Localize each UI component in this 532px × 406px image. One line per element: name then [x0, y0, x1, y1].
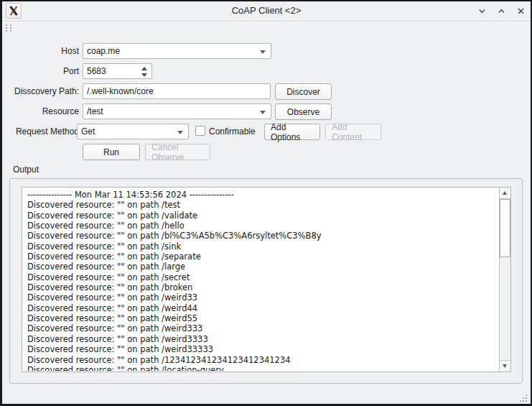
discover-button[interactable]: Discover [275, 83, 332, 100]
cancel-observe-button[interactable]: Cancel Observe [145, 144, 210, 160]
dropdown-arrow-icon [260, 111, 266, 114]
close-button[interactable] [515, 6, 526, 16]
resource-label: Resource [7, 106, 79, 116]
output-line: Discovered resource: "" on path /weird33 [27, 292, 498, 303]
add-content-button[interactable]: Add Content [325, 124, 381, 140]
host-combobox[interactable]: coap.me [83, 43, 271, 59]
output-label: Output [13, 165, 39, 175]
coap-client-window: CoAP Client <2> Host Por [2, 1, 531, 404]
host-value: coap.me [87, 46, 120, 56]
output-line: Discovered resource: "" on path /secret [27, 272, 498, 282]
toolbar [2, 22, 531, 33]
output-line: --------------- Mon Mar 11 14:53:56 2024… [27, 190, 498, 200]
observe-button[interactable]: Observe [275, 103, 332, 120]
resource-combobox[interactable]: /test [83, 103, 271, 119]
discovery-path-label: Disscovery Path: [7, 86, 79, 96]
minimize-button[interactable] [477, 6, 487, 16]
titlebar[interactable]: CoAP Client <2> [2, 1, 531, 22]
request-method-value: Get [81, 126, 95, 137]
output-textarea[interactable]: --------------- Mon Mar 11 14:53:56 2024… [22, 187, 511, 372]
window-title: CoAP Client <2> [2, 5, 531, 16]
request-method-combobox[interactable]: Get [77, 124, 189, 139]
add-options-button[interactable]: Add Options [264, 124, 320, 140]
output-line: Discovered resource: "" on path /broken [27, 282, 498, 292]
window-controls [477, 6, 526, 16]
port-value: 5683 [87, 66, 106, 76]
host-label: Host [7, 46, 79, 56]
maximize-button[interactable] [496, 6, 506, 16]
output-line: Discovered resource: "" on path /test [27, 200, 498, 210]
output-line: Discovered resource: "" on path /weird55 [27, 313, 498, 323]
discovery-path-input[interactable] [87, 84, 266, 98]
toolbar-handle[interactable] [6, 24, 11, 32]
dropdown-arrow-icon [260, 50, 266, 54]
output-line: Discovered resource: "" on path /weird33… [27, 334, 498, 344]
triangle-up-icon [503, 191, 507, 195]
output-line: Discovered resource: "" on path /bl%C3%A… [27, 231, 498, 241]
resize-grip[interactable] [518, 392, 528, 402]
output-line: Discovered resource: "" on path /separat… [27, 252, 498, 262]
scroll-up-button[interactable] [500, 188, 510, 199]
diagonal-dots-icon [518, 393, 528, 402]
resource-value: /test [87, 106, 103, 116]
output-line: Discovered resource: "" on path /validat… [27, 211, 498, 221]
output-line: Discovered resource: "" on path /hello [27, 221, 498, 231]
confirmable-checkbox[interactable] [195, 126, 205, 136]
request-method-label: Request Method [7, 126, 79, 137]
port-label: Port [7, 66, 79, 76]
triangle-down-icon [503, 364, 507, 368]
output-line: Discovered resource: "" on path /locatio… [27, 365, 498, 371]
confirmable-label: Confirmable [209, 126, 256, 137]
output-line: Discovered resource: "" on path /large [27, 262, 498, 272]
run-button[interactable]: Run [83, 144, 140, 160]
chevron-up-icon [497, 6, 506, 16]
output-log: --------------- Mon Mar 11 14:53:56 2024… [23, 188, 498, 371]
discovery-path-field [83, 83, 271, 99]
output-line: Discovered resource: "" on path /weird33… [27, 323, 498, 333]
spin-up-icon [141, 67, 147, 70]
output-line: Discovered resource: "" on path /1234123… [27, 355, 498, 365]
scrollbar-thumb[interactable] [500, 199, 510, 257]
output-line: Discovered resource: "" on path /weird44 [27, 303, 498, 313]
port-spinbox[interactable]: 5683 [83, 63, 152, 79]
output-line: Discovered resource: "" on path /weird33… [27, 344, 498, 354]
port-spinner[interactable] [141, 66, 148, 78]
output-line: Discovered resource: "" on path /sink [27, 241, 498, 252]
chevron-down-icon [477, 6, 487, 16]
output-scrollbar[interactable] [499, 188, 510, 372]
dropdown-arrow-icon [177, 131, 183, 134]
x-mark-icon [516, 6, 526, 16]
spin-down-icon [141, 73, 147, 77]
scroll-down-button[interactable] [500, 360, 510, 372]
